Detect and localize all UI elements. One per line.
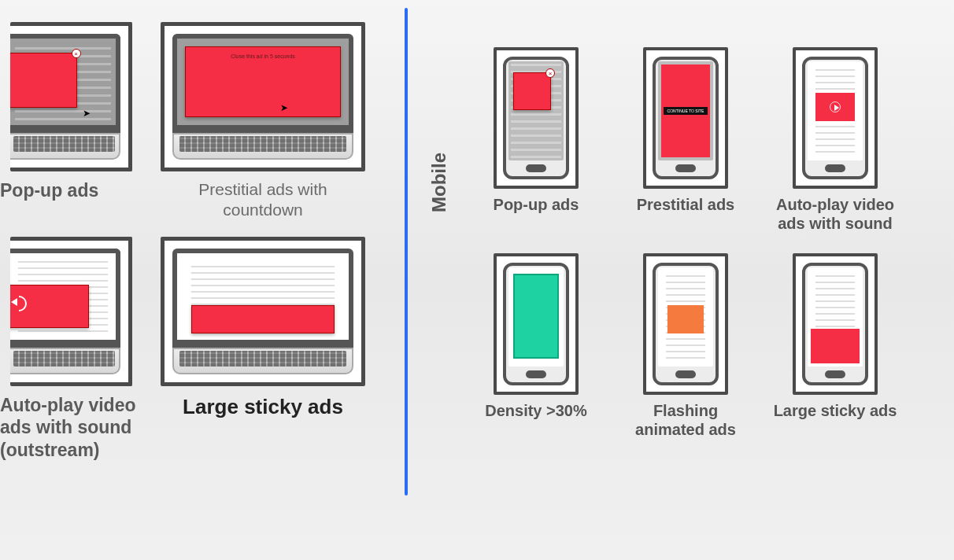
mobile-item-density: Density >30% bbox=[469, 253, 603, 439]
home-button bbox=[675, 370, 696, 378]
laptop-body bbox=[172, 249, 353, 374]
caption: Pop-up ads bbox=[494, 195, 579, 214]
mobile-grid: × Pop-up ads CONTINUE TO SITE bbox=[469, 47, 902, 439]
play-icon bbox=[830, 101, 841, 112]
mobile-item-autoplay: Auto-play video ads with sound bbox=[768, 47, 902, 233]
home-button bbox=[526, 370, 546, 378]
phone-frame bbox=[793, 253, 878, 395]
caption: Prestitial ads bbox=[637, 195, 735, 214]
desktop-item-popup: × ➤ Pop-up ads bbox=[0, 22, 142, 221]
laptop-screen bbox=[172, 249, 353, 348]
phone-body bbox=[802, 263, 868, 385]
caption: Auto-play video ads with sound (outstrea… bbox=[0, 394, 142, 462]
continue-bar: CONTINUE TO SITE bbox=[664, 107, 708, 115]
keyboard-illustration bbox=[13, 136, 116, 152]
mobile-item-flashing: Flashing animated ads bbox=[619, 253, 752, 439]
popup-ad-illustration: × bbox=[513, 72, 551, 110]
laptop-body bbox=[10, 249, 120, 374]
mobile-item-large-sticky: Large sticky ads bbox=[768, 253, 902, 439]
caption: Pop-up ads bbox=[0, 179, 98, 202]
caption: Density >30% bbox=[485, 401, 587, 420]
desktop-item-autoplay: Auto-play video ads with sound (outstrea… bbox=[0, 237, 142, 462]
phone-body: CONTINUE TO SITE bbox=[653, 57, 719, 179]
sticky-ad-illustration bbox=[811, 329, 860, 363]
mobile-section: × Pop-up ads CONTINUE TO SITE bbox=[469, 0, 902, 439]
desktop-item-prestitial-countdown: Close this ad in 5 seconds ➤ Prestitial … bbox=[161, 22, 365, 221]
diagram-root: × ➤ Pop-up ads bbox=[0, 0, 954, 560]
cursor-icon: ➤ bbox=[83, 108, 91, 119]
sound-icon bbox=[11, 294, 27, 310]
prestitial-ad-illustration: CONTINUE TO SITE bbox=[661, 64, 710, 157]
video-ad-illustration bbox=[10, 285, 89, 328]
desktop-item-large-sticky: Large sticky ads bbox=[161, 237, 365, 462]
phone-body bbox=[503, 263, 569, 385]
sticky-ad-illustration bbox=[191, 305, 335, 333]
phone-frame: × bbox=[494, 47, 579, 189]
close-icon: × bbox=[72, 49, 81, 58]
phone-screen bbox=[808, 267, 863, 367]
laptop-base bbox=[10, 348, 120, 374]
phone-body bbox=[653, 263, 719, 385]
phone-frame bbox=[494, 253, 579, 395]
mobile-item-prestitial: CONTINUE TO SITE Prestitial ads bbox=[619, 47, 752, 233]
laptop-frame: × ➤ bbox=[10, 22, 132, 171]
phone-screen: × bbox=[508, 61, 564, 160]
home-button bbox=[825, 370, 845, 378]
laptop-screen: Close this ad in 5 seconds ➤ bbox=[172, 34, 353, 133]
cursor-icon: ➤ bbox=[280, 102, 288, 113]
phone-frame: CONTINUE TO SITE bbox=[643, 47, 728, 189]
laptop-base bbox=[10, 133, 120, 160]
countdown-text: Close this ad in 5 seconds bbox=[186, 53, 340, 59]
laptop-frame: Close this ad in 5 seconds ➤ bbox=[161, 22, 365, 171]
laptop-screen: × ➤ bbox=[10, 34, 120, 133]
home-button bbox=[526, 164, 546, 172]
caption: Large sticky ads bbox=[183, 394, 343, 420]
prestitial-ad-illustration: Close this ad in 5 seconds ➤ bbox=[185, 46, 341, 117]
laptop-screen bbox=[10, 249, 120, 348]
phone-screen bbox=[658, 267, 713, 367]
caption: Auto-play video ads with sound bbox=[772, 195, 898, 233]
phone-screen bbox=[808, 61, 863, 160]
home-button bbox=[825, 164, 845, 172]
phone-frame bbox=[793, 47, 878, 189]
laptop-base bbox=[172, 348, 353, 374]
density-ad-illustration bbox=[513, 274, 559, 359]
keyboard-illustration bbox=[179, 136, 346, 152]
mobile-item-popup: × Pop-up ads bbox=[469, 47, 603, 233]
phone-body: × bbox=[503, 57, 569, 179]
phone-screen: CONTINUE TO SITE bbox=[658, 61, 713, 160]
home-button bbox=[675, 164, 696, 172]
close-icon: × bbox=[545, 68, 555, 78]
keyboard-illustration bbox=[179, 351, 346, 367]
keyboard-illustration bbox=[13, 351, 116, 367]
flashing-ad-illustration bbox=[667, 305, 704, 333]
section-divider bbox=[405, 8, 408, 496]
laptop-frame bbox=[10, 237, 132, 386]
caption: Prestitial ads with countdown bbox=[168, 179, 357, 221]
caption: Flashing animated ads bbox=[623, 401, 749, 439]
laptop-frame bbox=[161, 237, 365, 386]
caption: Large sticky ads bbox=[774, 401, 897, 420]
phone-frame bbox=[643, 253, 728, 395]
video-ad-illustration bbox=[815, 93, 855, 121]
laptop-base bbox=[172, 133, 353, 160]
phone-screen bbox=[508, 267, 564, 367]
desktop-grid: × ➤ Pop-up ads bbox=[0, 22, 365, 462]
laptop-body: × ➤ bbox=[10, 34, 120, 160]
phone-body bbox=[802, 57, 868, 179]
laptop-body: Close this ad in 5 seconds ➤ bbox=[172, 34, 353, 160]
popup-ad-illustration: × bbox=[10, 53, 77, 108]
mobile-section-label: Mobile bbox=[428, 134, 450, 212]
desktop-section: × ➤ Pop-up ads bbox=[0, 0, 365, 462]
